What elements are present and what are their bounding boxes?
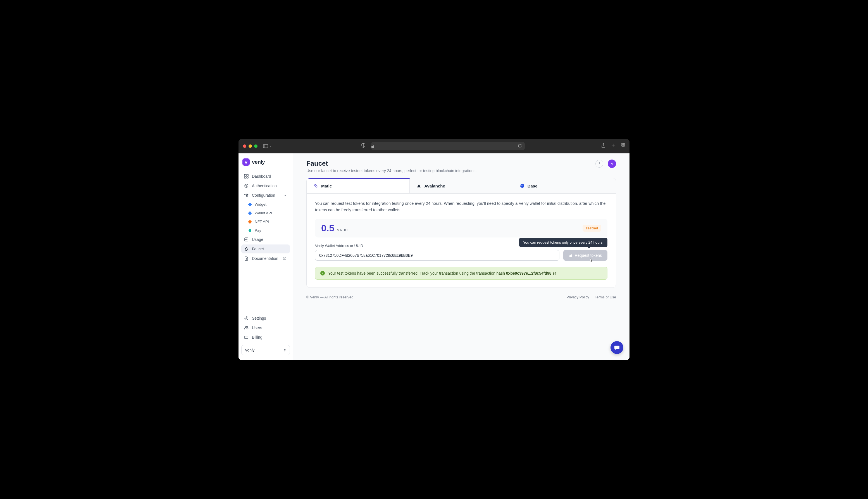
sidebar-item-documentation[interactable]: Documentation bbox=[241, 254, 290, 263]
wallet-api-icon bbox=[248, 211, 252, 215]
sidebar-item-nft-api[interactable]: NFT API bbox=[246, 218, 290, 226]
tab-matic[interactable]: Matic bbox=[307, 178, 410, 193]
transaction-hash-link[interactable]: 0xbe9c397e...2f8c54fd98 bbox=[506, 271, 557, 276]
sidebar-item-pay[interactable]: Pay bbox=[246, 226, 290, 234]
usage-icon bbox=[244, 237, 249, 242]
svg-rect-11 bbox=[247, 174, 248, 176]
faucet-card: Matic Avalanche Base You can request tes… bbox=[306, 178, 616, 288]
success-message: Your test tokens have been successfully … bbox=[328, 271, 506, 276]
config-icon bbox=[244, 193, 249, 197]
sidebar-item-label: Billing bbox=[252, 335, 262, 340]
svg-rect-7 bbox=[623, 143, 625, 145]
footer-copyright: © Venly — All rights reserved bbox=[306, 295, 354, 299]
sidebar: V venly Dashboard Authentication Configu… bbox=[238, 154, 293, 360]
address-input[interactable] bbox=[315, 250, 559, 261]
sidebar-item-label: Users bbox=[252, 326, 262, 330]
tab-avalanche[interactable]: Avalanche bbox=[410, 178, 513, 193]
gear-icon bbox=[244, 316, 249, 320]
request-tokens-button[interactable]: Request tokens bbox=[563, 250, 607, 261]
sidebar-item-authentication[interactable]: Authentication bbox=[241, 181, 290, 190]
svg-rect-9 bbox=[623, 146, 625, 147]
svg-rect-34 bbox=[520, 185, 522, 186]
amount-value: 0.5 bbox=[321, 223, 334, 234]
base-icon bbox=[520, 183, 525, 188]
share-button[interactable] bbox=[601, 143, 606, 149]
help-button[interactable] bbox=[595, 160, 603, 168]
lock-icon bbox=[371, 144, 374, 148]
traffic-lights bbox=[243, 144, 258, 148]
sidebar-item-widget[interactable]: Widget bbox=[246, 200, 290, 208]
org-selector[interactable]: Venly bbox=[241, 345, 290, 355]
svg-rect-0 bbox=[263, 144, 268, 148]
tabs-overview-button[interactable] bbox=[621, 143, 625, 149]
minimize-window-button[interactable] bbox=[249, 144, 252, 148]
chevron-down-icon bbox=[284, 194, 287, 197]
new-tab-button[interactable] bbox=[611, 143, 615, 149]
rate-limit-tooltip: You can request tokens only once every 2… bbox=[519, 238, 607, 247]
sidebar-item-label: Configuration bbox=[252, 193, 275, 197]
avatar[interactable]: A bbox=[608, 159, 616, 168]
svg-rect-10 bbox=[244, 174, 246, 176]
sidebar-item-label: Pay bbox=[255, 228, 261, 232]
question-icon bbox=[597, 162, 601, 166]
svg-point-19 bbox=[245, 194, 246, 195]
svg-rect-35 bbox=[569, 255, 572, 257]
sidebar-item-configuration[interactable]: Configuration bbox=[241, 191, 290, 200]
sidebar-item-usage[interactable]: Usage bbox=[241, 235, 290, 244]
logo-text: venly bbox=[252, 159, 265, 165]
faucet-icon bbox=[244, 247, 249, 251]
config-subnav: Widget Wallet API NFT API Pay bbox=[241, 200, 290, 234]
privacy-policy-link[interactable]: Privacy Policy bbox=[567, 295, 589, 299]
org-selector-label: Venly bbox=[245, 348, 255, 352]
users-icon bbox=[244, 326, 249, 330]
brand-logo[interactable]: V venly bbox=[238, 158, 293, 172]
browser-chrome bbox=[238, 139, 630, 154]
reload-button[interactable] bbox=[518, 144, 522, 149]
nav-arrows bbox=[280, 144, 284, 149]
sidebar-item-faucet[interactable]: Faucet bbox=[241, 244, 290, 253]
tab-label: Base bbox=[528, 184, 537, 188]
sidebar-item-label: Faucet bbox=[252, 247, 264, 251]
card-body: You can request test tokens for integrat… bbox=[307, 194, 616, 288]
widget-icon bbox=[248, 202, 252, 206]
dashboard-icon bbox=[244, 174, 249, 179]
external-link-icon bbox=[283, 257, 286, 260]
sidebar-item-label: Documentation bbox=[252, 256, 278, 261]
svg-point-14 bbox=[245, 184, 248, 187]
url-bar[interactable] bbox=[371, 142, 525, 150]
sidebar-item-label: Usage bbox=[252, 237, 263, 242]
svg-rect-13 bbox=[247, 177, 248, 178]
chat-bubble-button[interactable] bbox=[610, 341, 623, 354]
tab-label: Avalanche bbox=[424, 184, 445, 188]
sidebar-item-label: Dashboard bbox=[252, 174, 271, 179]
svg-point-29 bbox=[245, 326, 247, 328]
svg-point-21 bbox=[247, 194, 248, 195]
shield-icon[interactable] bbox=[361, 143, 365, 149]
sidebar-item-settings[interactable]: Settings bbox=[241, 314, 290, 323]
info-text: You can request test tokens for integrat… bbox=[315, 200, 607, 213]
billing-icon bbox=[244, 335, 249, 340]
close-window-button[interactable] bbox=[243, 144, 246, 148]
sidebar-item-label: Wallet API bbox=[255, 211, 272, 215]
tab-base[interactable]: Base bbox=[513, 178, 616, 193]
sidebar-item-dashboard[interactable]: Dashboard bbox=[241, 172, 290, 181]
sidebar-item-users[interactable]: Users bbox=[241, 323, 290, 332]
pay-icon bbox=[249, 229, 251, 232]
request-tokens-button-label: Request tokens bbox=[575, 253, 602, 258]
sidebar-bottom: Settings Users Billing Venly bbox=[238, 314, 293, 355]
sidebar-item-billing[interactable]: Billing bbox=[241, 333, 290, 342]
success-banner: i Your test tokens have been successfull… bbox=[315, 267, 607, 280]
svg-rect-6 bbox=[621, 143, 622, 145]
svg-point-15 bbox=[246, 185, 247, 186]
svg-point-28 bbox=[246, 318, 247, 319]
logo-badge: V bbox=[243, 158, 250, 166]
sidebar-item-wallet-api[interactable]: Wallet API bbox=[246, 209, 290, 217]
avalanche-icon bbox=[417, 183, 421, 188]
svg-point-20 bbox=[246, 196, 247, 196]
selector-icon bbox=[284, 348, 286, 352]
terms-of-use-link[interactable]: Terms of Use bbox=[595, 295, 616, 299]
sidebar-toggle-button[interactable] bbox=[263, 144, 272, 148]
svg-point-30 bbox=[247, 326, 248, 327]
svg-rect-8 bbox=[621, 146, 622, 147]
maximize-window-button[interactable] bbox=[254, 144, 258, 148]
